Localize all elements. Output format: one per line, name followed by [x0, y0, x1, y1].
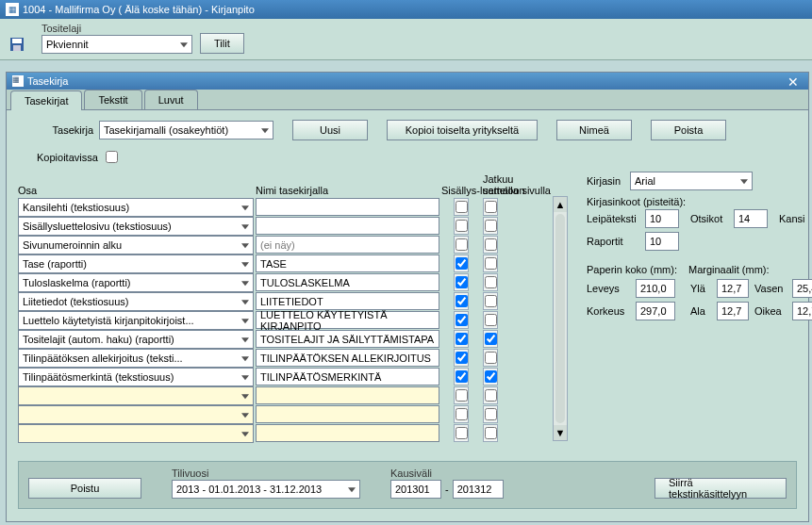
nimi-input[interactable]: TILINPÄÄTÖKSEN ALLEKIRJOITUS: [256, 349, 439, 367]
nimi-input[interactable]: LIITETIEDOT: [256, 292, 439, 310]
vasen-label: Vasen: [754, 283, 787, 294]
scroll-up-icon[interactable]: ▲: [554, 197, 567, 212]
nimi-input[interactable]: [256, 386, 439, 404]
nimi-input[interactable]: (ei näy): [256, 236, 439, 254]
osa-dropdown[interactable]: [18, 424, 254, 443]
jatkuu-checkbox[interactable]: [483, 217, 498, 235]
paperin-label: Paperin koko (mm):: [587, 264, 683, 275]
tilivuosi-dropdown[interactable]: 2013 - 01.01.2013 - 31.12.2013: [172, 480, 360, 499]
sisallys-checkbox[interactable]: [454, 386, 469, 404]
tab-luvut[interactable]: Luvut: [144, 90, 198, 109]
scroll-down-icon[interactable]: ▼: [554, 425, 567, 440]
osa-dropdown[interactable]: Luettelo käytetyistä kirjanpitokirjoist.…: [18, 311, 254, 330]
save-icon[interactable]: [8, 35, 26, 54]
jatkuu-checkbox[interactable]: [483, 273, 498, 291]
oikea-input[interactable]: [792, 302, 812, 320]
kausi-to-input[interactable]: [453, 480, 504, 499]
grid: Osa Kansilehti (tekstiosuus)Sisällysluet…: [18, 172, 797, 443]
osa-dropdown[interactable]: Liitetiedot (tekstiosuus): [18, 292, 254, 311]
kopioitavissa-checkbox[interactable]: [106, 151, 118, 163]
osa-dropdown[interactable]: [18, 405, 254, 424]
svg-rect-2: [13, 45, 21, 51]
kausivali-label: Kausiväli: [390, 468, 504, 479]
kirjasin-dropdown[interactable]: Arial: [630, 172, 753, 190]
jatkuu-checkbox[interactable]: [483, 386, 498, 404]
top-controls: Tasekirja Tasekirjamalli (osakeyhtiöt) U…: [18, 120, 797, 140]
osa-dropdown[interactable]: Tilinpäätöksen allekirjoitus (teksti...: [18, 349, 254, 368]
nimi-input[interactable]: [256, 198, 439, 216]
kopioi-button[interactable]: Kopioi toiselta yritykseltä: [387, 120, 538, 140]
leipateksti-input[interactable]: [645, 209, 679, 228]
tasekirja-dropdown[interactable]: Tasekirjamalli (osakeyhtiöt): [99, 121, 273, 139]
otsikot-label: Otsikot: [690, 213, 728, 224]
sisallys-checkbox[interactable]: [454, 405, 469, 423]
tab-tasekirjat[interactable]: Tasekirjat: [10, 90, 82, 110]
tab-content: Tasekirja Tasekirjamalli (osakeyhtiöt) U…: [7, 110, 808, 517]
nimi-input[interactable]: TOSITELAJIT JA SÄILYTTÄMISTAPA: [256, 330, 439, 348]
osa-dropdown[interactable]: Sivunumeroinnin alku: [18, 236, 254, 254]
osa-dropdown[interactable]: Tase (raportti): [18, 254, 254, 273]
main-title: 1004 - Mallifirma Oy ( Älä koske tähän) …: [23, 4, 255, 15]
jatkuu-checkbox[interactable]: [483, 405, 498, 423]
sisallys-checkbox[interactable]: [454, 217, 469, 235]
yla-input[interactable]: [717, 279, 749, 298]
window-icon: ▦: [12, 75, 24, 87]
jatkuu-checkbox[interactable]: [483, 254, 498, 272]
otsikot-input[interactable]: [734, 209, 768, 228]
sisallys-checkbox[interactable]: [454, 311, 469, 329]
uusi-button[interactable]: Uusi: [292, 120, 368, 140]
sisallys-checkbox[interactable]: [454, 273, 469, 291]
sub-title: Tasekirja: [27, 75, 68, 87]
nimi-input[interactable]: [256, 405, 439, 423]
leveys-input[interactable]: [636, 279, 675, 298]
nimi-input[interactable]: TILINPÄÄTÖSMERKINTÄ: [256, 368, 439, 386]
korkeus-input[interactable]: [636, 302, 675, 320]
siirra-button[interactable]: Siirrä tekstinkäsittelyyn: [655, 478, 787, 499]
osa-dropdown[interactable]: Kansilehti (tekstiosuus): [18, 198, 254, 217]
col-nimi: Nimi tasekirjalla (ei näy)TASETULOSLASKE…: [256, 172, 439, 443]
right-panel: Kirjasin Arial Kirjasinkoot (pisteitä): …: [587, 172, 812, 443]
sub-titlebar: ▦ Tasekirja ✕: [7, 73, 808, 90]
jatkuu-checkbox[interactable]: [483, 292, 498, 310]
jatkuu-checkbox[interactable]: [483, 424, 498, 442]
poista-button[interactable]: Poista: [651, 120, 726, 140]
osa-dropdown[interactable]: Tositelajit (autom. haku) (raportti): [18, 330, 254, 349]
tasekirja-label: Tasekirja: [18, 124, 93, 136]
scroll-thumb[interactable]: [555, 214, 565, 423]
sisallys-checkbox[interactable]: [454, 236, 469, 254]
jatkuu-checkbox[interactable]: [483, 198, 498, 216]
nimi-input[interactable]: LUETTELO KÄYTETYISTÄ KIRJANPITO: [256, 311, 439, 329]
nimi-input[interactable]: TASE: [256, 254, 439, 272]
sisallys-checkbox[interactable]: [454, 330, 469, 348]
sisallys-checkbox[interactable]: [454, 254, 469, 272]
sisallys-checkbox[interactable]: [454, 198, 469, 216]
osa-dropdown[interactable]: Tuloslaskelma (raportti): [18, 273, 254, 292]
top-toolbar: Tositelaji Pkviennit Tilit: [0, 19, 812, 60]
nimi-input[interactable]: [256, 424, 439, 442]
sisallys-checkbox[interactable]: [454, 292, 469, 310]
jatkuu-checkbox[interactable]: [483, 349, 498, 367]
tilit-button[interactable]: Tilit: [200, 33, 244, 54]
osa-dropdown[interactable]: [18, 386, 254, 405]
close-icon[interactable]: ✕: [787, 74, 803, 88]
jatkuu-checkbox[interactable]: [483, 236, 498, 254]
jatkuu-checkbox[interactable]: [483, 311, 498, 329]
raportit-input[interactable]: [645, 232, 679, 251]
nimi-input[interactable]: [256, 217, 439, 235]
sisallys-checkbox[interactable]: [454, 349, 469, 367]
osa-dropdown[interactable]: Tilinpäätösmerkintä (tekstiosuus): [18, 368, 254, 386]
kausi-from-input[interactable]: [390, 480, 441, 499]
jatkuu-checkbox[interactable]: [483, 330, 498, 348]
tositelaji-dropdown[interactable]: Pkviennit: [41, 35, 192, 54]
sisallys-checkbox[interactable]: [454, 368, 469, 386]
vasen-input[interactable]: [792, 279, 812, 298]
grid-scrollbar[interactable]: ▲ ▼: [553, 196, 568, 441]
tab-tekstit[interactable]: Tekstit: [84, 90, 141, 109]
sisallys-checkbox[interactable]: [454, 424, 469, 442]
poistu-button[interactable]: Poistu: [28, 478, 141, 499]
nimi-input[interactable]: TULOSLASKELMA: [256, 273, 439, 291]
ala-input[interactable]: [717, 302, 749, 320]
nimea-button[interactable]: Nimeä: [556, 120, 632, 140]
jatkuu-checkbox[interactable]: [483, 368, 498, 386]
osa-dropdown[interactable]: Sisällysluettelosivu (tekstiosuus): [18, 217, 254, 236]
